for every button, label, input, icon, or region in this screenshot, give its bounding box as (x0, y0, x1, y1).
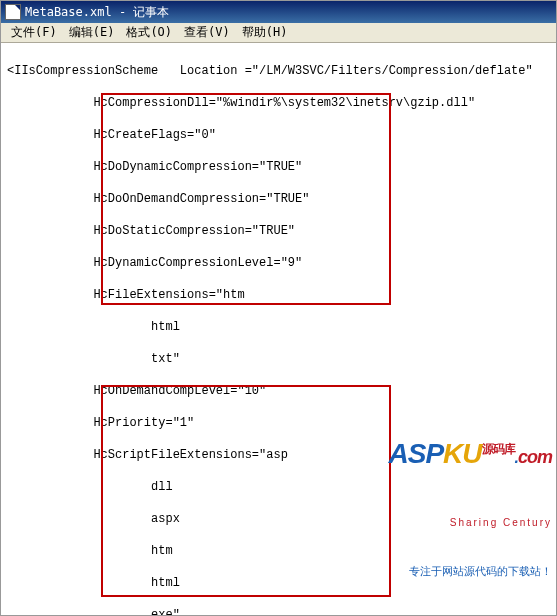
code-line: HcOnDemandCompLevel="10" (7, 383, 550, 399)
code-line: HcDoOnDemandCompression="TRUE" (7, 191, 550, 207)
window-title: MetaBase.xml - 记事本 (25, 4, 169, 21)
code-line: txt" (7, 351, 550, 367)
code-line: dll (7, 479, 550, 495)
code-line: HcDoDynamicCompression="TRUE" (7, 159, 550, 175)
code-line: HcDynamicCompressionLevel="9" (7, 255, 550, 271)
menu-bar: 文件(F) 编辑(E) 格式(O) 查看(V) 帮助(H) (1, 23, 556, 43)
code-line: htm (7, 543, 550, 559)
code-line: HcCompressionDll="%windir%\system32\inet… (7, 95, 550, 111)
menu-format[interactable]: 格式(O) (120, 22, 178, 43)
code-line: HcFileExtensions="htm (7, 287, 550, 303)
menu-file[interactable]: 文件(F) (5, 22, 63, 43)
code-line: HcScriptFileExtensions="asp (7, 447, 550, 463)
code-line: html (7, 319, 550, 335)
menu-view[interactable]: 查看(V) (178, 22, 236, 43)
code-line: HcCreateFlags="0" (7, 127, 550, 143)
code-line: <IIsCompressionScheme Location ="/LM/W3S… (7, 63, 550, 79)
menu-edit[interactable]: 编辑(E) (63, 22, 121, 43)
code-line: HcPriority="1" (7, 415, 550, 431)
code-line: exe" (7, 607, 550, 615)
menu-help[interactable]: 帮助(H) (236, 22, 294, 43)
text-editor-content[interactable]: <IIsCompressionScheme Location ="/LM/W3S… (1, 43, 556, 615)
code-line: HcDoStaticCompression="TRUE" (7, 223, 550, 239)
window-titlebar: MetaBase.xml - 记事本 (1, 1, 556, 23)
code-line: html (7, 575, 550, 591)
document-icon (5, 4, 21, 20)
code-line: aspx (7, 511, 550, 527)
